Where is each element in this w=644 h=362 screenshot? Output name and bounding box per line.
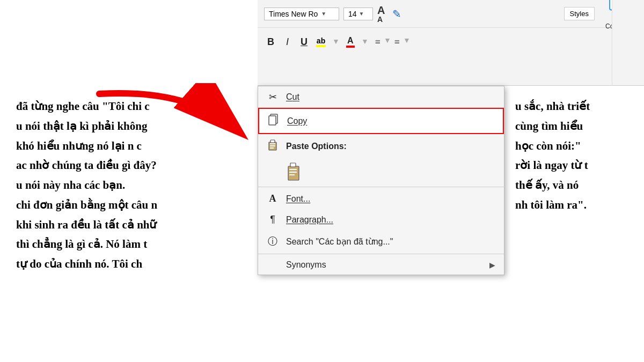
svg-rect-9 bbox=[270, 140, 275, 143]
ribbon-bottom-row: B I U ab ▼ A ▼ ≡ ▼ ≡ ▼ bbox=[258, 28, 644, 56]
font-color-bar bbox=[346, 46, 355, 48]
styles-label: Styles bbox=[570, 10, 589, 18]
menu-item-font[interactable]: A Font... bbox=[258, 188, 504, 209]
svg-rect-7 bbox=[269, 116, 276, 125]
font-menu-icon: A bbox=[267, 193, 279, 204]
doc-right-line-1: u sắc, nhà triết bbox=[515, 97, 633, 116]
font-size-dropdown-arrow: ▼ bbox=[359, 11, 364, 17]
font-grow-button[interactable]: A bbox=[377, 5, 385, 16]
document-left: đã từng nghe câu "Tôi chi c u nói thật l… bbox=[0, 91, 258, 362]
doc-line-6: chi đơn giản bằng một câu n bbox=[16, 195, 241, 215]
svg-rect-16 bbox=[289, 172, 297, 173]
svg-rect-15 bbox=[289, 169, 297, 170]
font-color-label: A bbox=[347, 36, 354, 46]
font-size-adjust: A A bbox=[377, 5, 385, 23]
svg-rect-13 bbox=[288, 166, 299, 180]
doc-right-line-4: rời là ngay từ t bbox=[515, 156, 633, 175]
copy-label: Copy bbox=[287, 116, 494, 126]
cut-label: Cut bbox=[286, 92, 495, 102]
styles-button[interactable]: Styles bbox=[564, 7, 595, 20]
font-label: Font... bbox=[286, 194, 495, 204]
paragraph-icon: ¶ bbox=[267, 214, 279, 225]
ribbon: Times New Ro ▼ 14 ▼ A A ✎ Styles bbox=[258, 0, 644, 86]
doc-right-line-2: cùng tìm hiểu bbox=[515, 116, 633, 136]
highlight-label: ab bbox=[317, 36, 325, 45]
font-shrink-button[interactable]: A bbox=[377, 16, 385, 23]
context-menu: ✂ Cut Copy Paste Options: bbox=[258, 86, 504, 275]
menu-item-synonyms[interactable]: Synonyms ▶ bbox=[258, 255, 504, 275]
menu-item-search[interactable]: ⓘ Search "Các bạn đã từng..." bbox=[258, 230, 504, 253]
doc-right-line-6: nh tôi làm ra". bbox=[515, 195, 633, 215]
doc-line-3: khó hiểu nhưng nó lại n c bbox=[16, 136, 241, 156]
doc-line-5: u nói này nha các bạn. bbox=[16, 175, 241, 195]
font-name-selector[interactable]: Times New Ro ▼ bbox=[264, 8, 339, 20]
bullet-list-button[interactable]: ≡ bbox=[375, 36, 380, 48]
separator-1 bbox=[258, 187, 504, 187]
doc-line-8: thì chẳng là gì cả. Nó làm t bbox=[16, 234, 241, 254]
list-buttons: ≡ ▼ ≡ ▼ bbox=[375, 36, 411, 48]
paste-options-label: Paste Options: bbox=[286, 142, 347, 151]
numbered-list-button[interactable]: ≡ bbox=[394, 36, 400, 48]
paste-icon-group bbox=[286, 161, 306, 183]
doc-line-1: đã từng nghe câu "Tôi chi c bbox=[16, 97, 241, 116]
svg-rect-12 bbox=[270, 147, 274, 149]
svg-rect-10 bbox=[270, 143, 275, 144]
document-right: u sắc, nhà triết cùng tìm hiểu học còn n… bbox=[504, 91, 644, 362]
search-icon: ⓘ bbox=[267, 235, 279, 248]
menu-item-cut[interactable]: ✂ Cut bbox=[258, 86, 504, 108]
ribbon-top-row: Times New Ro ▼ 14 ▼ A A ✎ Styles bbox=[258, 0, 644, 28]
svg-rect-11 bbox=[270, 145, 275, 146]
highlight-button[interactable]: ab bbox=[316, 36, 326, 47]
font-color-button[interactable]: A bbox=[346, 36, 355, 48]
format-painter-icon[interactable]: ✎ bbox=[392, 8, 401, 20]
doc-right-line-5: thế ấy, và nó bbox=[515, 175, 633, 195]
numbered-list-arrow[interactable]: ▼ bbox=[403, 36, 411, 48]
font-name-display: Times New Ro bbox=[269, 10, 318, 18]
doc-line-2: u nói thật lạ kì phải không bbox=[16, 116, 241, 136]
paste-icon bbox=[267, 139, 279, 153]
menu-item-paste-options: Paste Options: bbox=[258, 134, 504, 186]
bullet-list-arrow[interactable]: ▼ bbox=[384, 36, 391, 48]
italic-button[interactable]: I bbox=[283, 35, 292, 49]
font-size-display: 14 bbox=[348, 10, 357, 18]
separator-2 bbox=[258, 254, 504, 254]
menu-item-paragraph[interactable]: ¶ Paragraph... bbox=[258, 209, 504, 230]
bold-button[interactable]: B bbox=[264, 35, 277, 49]
font-size-selector[interactable]: 14 ▼ bbox=[343, 8, 373, 20]
highlight-color-bar bbox=[316, 45, 326, 47]
doc-line-9: tự do của chính nó. Tôi ch bbox=[16, 254, 241, 274]
svg-rect-17 bbox=[289, 174, 295, 175]
doc-line-7: khi sinh ra đều là tất cả nhữ bbox=[16, 215, 241, 235]
ribbon-right-extension bbox=[612, 0, 644, 86]
paste-keep-source-button[interactable] bbox=[286, 161, 306, 183]
cut-icon: ✂ bbox=[267, 91, 279, 103]
svg-rect-14 bbox=[290, 163, 296, 167]
synonyms-submenu-arrow: ▶ bbox=[489, 261, 495, 269]
doc-right-line-3: học còn nói:" bbox=[515, 136, 633, 156]
doc-line-4: ac nhờ chúng ta điều gì đây? bbox=[16, 156, 241, 175]
font-name-dropdown-arrow: ▼ bbox=[321, 11, 326, 17]
synonyms-label: Synonyms bbox=[286, 260, 482, 270]
copy-icon bbox=[268, 114, 280, 128]
highlight-dropdown-arrow[interactable]: ▼ bbox=[332, 38, 340, 46]
menu-item-copy[interactable]: Copy bbox=[258, 108, 504, 134]
search-label: Search "Các bạn đã từng..." bbox=[286, 237, 495, 247]
paragraph-label: Paragraph... bbox=[286, 215, 495, 225]
underline-button[interactable]: U bbox=[297, 35, 311, 49]
font-color-dropdown-arrow[interactable]: ▼ bbox=[361, 38, 369, 46]
